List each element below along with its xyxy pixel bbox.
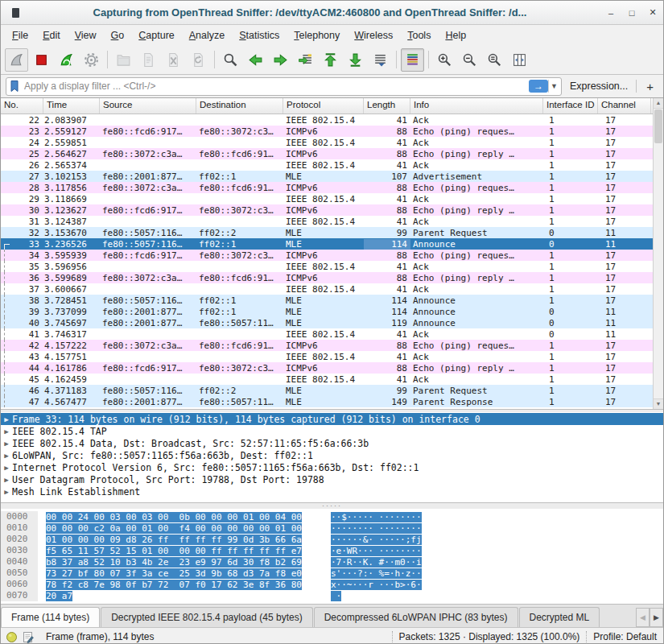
column-header-channel[interactable]: Channel <box>598 98 651 114</box>
hex-row[interactable]: 000000 00 24 00 03 00 03 00 0b 00 00 00 … <box>1 511 663 522</box>
hex-bytes[interactable]: b8 37 a8 52 10 b3 4b 2e 23 e9 97 6d 30 f… <box>46 557 311 568</box>
detail-line[interactable]: ▶Mesh Link Establishment <box>1 485 663 497</box>
filter-history-dropdown[interactable]: ▼ <box>548 80 559 93</box>
packet-row[interactable]: 393.737099fe80::2001:877…ff02::1MLE114An… <box>1 306 663 317</box>
hex-ascii[interactable]: ··$····· ········ <box>331 512 422 522</box>
hex-ascii[interactable]: ······&· ·····;fj <box>331 535 422 545</box>
bytes-tab[interactable]: Decrypted IEEE 802.15.4 payload (45 byte… <box>101 607 312 627</box>
column-header-interface-id[interactable]: Interface ID <box>543 98 598 114</box>
expand-arrow-icon[interactable]: ▶ <box>1 415 12 423</box>
expand-arrow-icon[interactable]: ▶ <box>1 476 12 484</box>
packet-row[interactable]: 474.567477fe80::2001:877…fe80::5057:11…M… <box>1 396 663 407</box>
hex-ascii[interactable]: ········ ········ <box>331 523 422 534</box>
packet-row[interactable]: 383.728451fe80::5057:116…ff02::1MLE114An… <box>1 295 663 306</box>
packet-list-scrollbar[interactable]: ▲ ▼ <box>653 98 663 409</box>
go-last-icon[interactable] <box>344 48 367 72</box>
expand-arrow-icon[interactable]: ▶ <box>1 464 12 472</box>
packet-row[interactable]: 313.124387IEEE 802.15.441Ack117 <box>1 216 663 227</box>
find-packet-icon[interactable] <box>219 48 242 72</box>
hex-ascii[interactable]: ·7·R··K. #··m0··i <box>331 557 422 568</box>
add-filter-button[interactable]: + <box>641 80 658 93</box>
packet-row[interactable]: 413.746317IEEE 802.15.441Ack011 <box>1 328 663 340</box>
menu-item-tools[interactable]: Tools <box>401 27 437 43</box>
packet-row[interactable]: 333.236526fe80::5057:116…ff02::1MLE114An… <box>1 238 663 250</box>
menu-item-help[interactable]: Help <box>439 27 472 43</box>
hex-bytes[interactable]: 73 27 bf 80 07 3f 3a ce 25 3d 9b 68 d3 7… <box>46 568 311 579</box>
hex-row[interactable]: 0040b8 37 a8 52 10 b3 4b 2e 23 e9 97 6d … <box>1 556 663 568</box>
scrollbar-thumb[interactable] <box>654 109 662 143</box>
tab-scroll-left-icon[interactable]: ◀ <box>636 608 650 627</box>
packet-row[interactable]: 373.600667IEEE 802.15.441Ack117 <box>1 283 663 295</box>
display-filter-box[interactable]: → ▼ <box>6 77 562 96</box>
hex-ascii[interactable]: s'···?:· %=·h·z·· <box>331 568 422 579</box>
column-header-protocol[interactable]: Protocol <box>283 98 364 114</box>
stop-capture-icon[interactable] <box>30 48 53 72</box>
detail-line[interactable]: ▶User Datagram Protocol, Src Port: 19788… <box>1 473 663 485</box>
hex-bytes[interactable]: 78 f2 c8 7e 98 0f b7 72 07 f0 17 62 3e 8… <box>46 580 311 590</box>
capture-options-icon[interactable] <box>80 48 103 72</box>
expand-arrow-icon[interactable]: ▶ <box>1 427 12 436</box>
zoom-out-icon[interactable] <box>458 48 481 72</box>
bytes-tab[interactable]: Decompressed 6LoWPAN IPHC (83 bytes) <box>314 607 518 627</box>
packet-row[interactable]: 293.118669IEEE 802.15.441Ack117 <box>1 193 663 204</box>
bytes-tab[interactable]: Frame (114 bytes) <box>1 607 100 627</box>
hex-ascii[interactable]: · <box>331 591 341 601</box>
detail-line[interactable]: ▶6LoWPAN, Src: fe80::5057:1165:f56a:663b… <box>1 449 663 461</box>
details-bytes-splitter[interactable]: ····· <box>1 502 663 509</box>
hex-row[interactable]: 007020 a7 · <box>1 590 663 601</box>
hex-ascii[interactable]: x··~···r ···b>·6· <box>331 580 422 590</box>
column-header-source[interactable]: Source <box>100 98 196 114</box>
expression-button[interactable]: Expression... <box>567 80 631 92</box>
apply-filter-button[interactable]: → <box>529 80 548 93</box>
tab-scroll-right-icon[interactable]: ▶ <box>650 608 663 627</box>
detail-line[interactable]: ▶Frame 33: 114 bytes on wire (912 bits),… <box>1 413 663 425</box>
go-to-packet-icon[interactable] <box>294 48 317 72</box>
menu-item-telephony[interactable]: Telephony <box>287 27 346 43</box>
hex-bytes[interactable]: 00 00 00 c2 0a 00 01 00 f4 00 00 00 00 0… <box>46 523 311 534</box>
packet-row[interactable]: 222.083907IEEE 802.15.441Ack117 <box>1 114 663 126</box>
menu-item-view[interactable]: View <box>68 27 103 43</box>
status-profile[interactable]: Profile: Default <box>593 631 657 642</box>
packet-row[interactable]: 323.153670fe80::5057:116…ff02::2MLE99Par… <box>1 227 663 238</box>
display-filter-input[interactable] <box>23 80 529 93</box>
close-button[interactable]: ✕ <box>642 7 663 18</box>
go-back-icon[interactable] <box>244 48 267 72</box>
expand-arrow-icon[interactable]: ▶ <box>1 440 12 448</box>
menu-item-analyze[interactable]: Analyze <box>183 27 231 43</box>
packet-row[interactable]: 343.595939fe80::fcd6:917…fe80::3072:c3…I… <box>1 250 663 261</box>
packet-row[interactable]: 424.157222fe80::3072:c3a…fe80::fcd6:91…I… <box>1 340 663 351</box>
detail-line[interactable]: ▶Internet Protocol Version 6, Src: fe80:… <box>1 461 663 473</box>
bookmark-icon[interactable] <box>9 80 20 93</box>
menu-item-capture[interactable]: Capture <box>132 27 180 43</box>
restart-capture-icon[interactable] <box>55 48 78 72</box>
minimize-button[interactable]: – <box>600 8 621 18</box>
scroll-up-icon[interactable]: ▲ <box>654 98 663 109</box>
packet-row[interactable]: 273.102153fe80::2001:877…ff02::1MLE107Ad… <box>1 171 663 182</box>
menu-item-statistics[interactable]: Statistics <box>233 27 286 43</box>
go-forward-icon[interactable] <box>269 48 292 72</box>
start-capture-icon[interactable] <box>5 48 28 72</box>
expert-info-icon[interactable] <box>6 631 18 643</box>
menu-item-go[interactable]: Go <box>105 27 131 43</box>
resize-columns-icon[interactable] <box>508 48 531 72</box>
hex-row[interactable]: 001000 00 00 c2 0a 00 01 00 f4 00 00 00 … <box>1 522 663 534</box>
hex-row[interactable]: 0030f5 65 11 57 52 15 01 00 00 00 ff ff … <box>1 545 663 556</box>
packet-row[interactable]: 434.157751IEEE 802.15.441Ack117 <box>1 351 663 362</box>
maximize-button[interactable]: □ <box>621 8 642 18</box>
menu-item-file[interactable]: File <box>6 27 35 43</box>
zoom-reset-icon[interactable] <box>483 48 506 72</box>
zoom-in-icon[interactable] <box>433 48 456 72</box>
detail-line[interactable]: ▶IEEE 802.15.4 Data, Dst: Broadcast, Src… <box>1 437 663 449</box>
hex-bytes[interactable]: f5 65 11 57 52 15 01 00 00 00 ff ff ff f… <box>46 546 311 556</box>
hex-bytes[interactable]: 01 00 00 00 09 d8 26 ff ff ff ff 99 0d 3… <box>46 535 311 545</box>
hex-row[interactable]: 002001 00 00 00 09 d8 26 ff ff ff ff 99 … <box>1 534 663 545</box>
go-first-icon[interactable] <box>319 48 342 72</box>
packet-row[interactable]: 353.596956IEEE 802.15.441Ack117 <box>1 261 663 272</box>
packet-row[interactable]: 363.599689fe80::3072:c3a…fe80::fcd6:91…I… <box>1 272 663 283</box>
column-header-time[interactable]: Time <box>43 98 100 114</box>
expand-arrow-icon[interactable]: ▶ <box>1 488 12 496</box>
column-header-length[interactable]: Length <box>364 98 410 114</box>
packet-row[interactable]: 262.565374IEEE 802.15.441Ack117 <box>1 159 663 171</box>
packet-row[interactable]: 403.745697fe80::2001:877…fe80::5057:11…M… <box>1 317 663 328</box>
hex-bytes[interactable]: 20 a7 <box>46 591 311 601</box>
